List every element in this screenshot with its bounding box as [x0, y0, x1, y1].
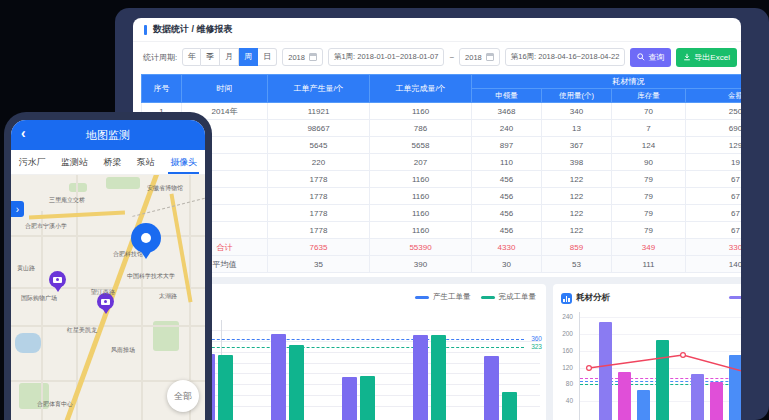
phone-tab-泵站[interactable]: 泵站 [137, 152, 155, 173]
table-cell: 1160 [370, 222, 472, 239]
expand-panel-button[interactable]: › [11, 201, 24, 217]
legend-item-产生工单量[interactable]: 产生工单量 [415, 292, 471, 302]
map-road [41, 211, 43, 420]
map-park [69, 183, 87, 192]
search-button[interactable]: 查询 [630, 48, 671, 67]
table-cell: 129 [686, 137, 742, 154]
table-cell: 1778 [268, 205, 370, 222]
table-cell: 11921 [268, 103, 370, 120]
table-row: 56455658897367124129 [142, 137, 742, 154]
y-axis-tick: 200 [555, 330, 573, 337]
table-cell: 30 [472, 256, 542, 273]
legend-label: 产生工单量 [433, 292, 471, 302]
phone-tab-监测站[interactable]: 监测站 [61, 152, 88, 173]
y-axis-tick: 120 [555, 364, 573, 371]
phone-tab-摄像头[interactable]: 摄像头 [170, 152, 197, 173]
period-option-年[interactable]: 年 [182, 48, 201, 66]
bar-generated [271, 334, 286, 420]
table-cell: 122 [542, 205, 612, 222]
start-year-picker[interactable]: 2018 [282, 48, 323, 66]
average-row: 平均值353903053111140 [142, 256, 742, 273]
table-cell: 19 [686, 154, 742, 171]
map-label: 红星美凯龙 [67, 327, 97, 334]
camera-icon [101, 299, 110, 305]
table-cell: 67 [686, 171, 742, 188]
period-option-季[interactable]: 季 [201, 48, 220, 66]
sub-column-header: 金额 [686, 89, 742, 103]
map-canvas[interactable]: › 全部 三里庵立交桥安徽省博物馆合肥市宁溪小学安徽大学合肥科技馆黄山路中国科学… [11, 175, 205, 420]
bar-generated [413, 335, 428, 420]
table-cell: 1778 [268, 222, 370, 239]
phone-tab-bar: 污水厂监测站桥梁泵站摄像头 [11, 150, 205, 175]
table-row: 177811604561227967 [142, 171, 742, 188]
bar-completed [289, 345, 304, 420]
table-cell: 456 [472, 205, 542, 222]
period-option-日[interactable]: 日 [258, 48, 277, 66]
show-all-button[interactable]: 全部 [167, 380, 199, 412]
table-cell: 140 [686, 256, 742, 273]
phone-tab-桥梁[interactable]: 桥梁 [103, 152, 121, 173]
table-cell: 111 [612, 256, 686, 273]
map-label: 黄山路 [17, 265, 35, 272]
phone-title: 地图监测 [86, 128, 130, 143]
dashboard-backdrop: 数据统计 / 维修报表 统计周期: 年季月周日 2018 第1周: 2018-0… [115, 8, 769, 420]
end-year-picker[interactable]: 2018 [459, 48, 500, 66]
table-cell: 330 [686, 239, 742, 256]
legend-dash [729, 296, 741, 299]
total-row: 合计7635553904330859349330 [142, 239, 742, 256]
table-cell: 53 [542, 256, 612, 273]
start-week-picker[interactable]: 第1周: 2018-01-01~2018-01-07 [328, 48, 444, 66]
table-cell: 124 [612, 137, 686, 154]
table-cell: 79 [612, 188, 686, 205]
group-header: 耗材情况 [472, 75, 742, 89]
table-cell: 207 [370, 154, 472, 171]
report-table: 序号时间工单产生量/个工单完成量/个耗材情况申领量使用量(个)库存量金额1201… [141, 74, 741, 273]
table-cell: 79 [612, 205, 686, 222]
back-icon[interactable]: ‹ [21, 125, 26, 141]
table-cell: 1778 [268, 171, 370, 188]
sub-column-header: 库存量 [612, 89, 686, 103]
table-cell: 1160 [370, 103, 472, 120]
table-cell: 67 [686, 205, 742, 222]
table-row: 98667786240137690 [142, 120, 742, 137]
sub-column-header: 使用量(个) [542, 89, 612, 103]
bar-completed [431, 335, 446, 420]
period-label: 统计周期: [143, 52, 177, 63]
bar [618, 372, 631, 420]
download-icon [683, 53, 691, 61]
map-label: 国际购物广场 [21, 295, 57, 302]
table-cell: 98667 [268, 120, 370, 137]
table-cell: 79 [612, 222, 686, 239]
breadcrumb: 数据统计 / 维修报表 [133, 18, 741, 42]
table-cell: 5645 [268, 137, 370, 154]
table-cell: 90 [612, 154, 686, 171]
selected-location-pin[interactable] [131, 223, 161, 253]
period-option-月[interactable]: 月 [220, 48, 239, 66]
bar-generated [484, 356, 499, 420]
end-week-picker[interactable]: 第16周: 2018-04-16~2018-04-22 [505, 48, 626, 66]
table-cell: 367 [542, 137, 612, 154]
table-cell: 13 [542, 120, 612, 137]
column-header: 工单完成量/个 [370, 75, 472, 103]
map-label: 三里庵立交桥 [49, 197, 85, 204]
y-axis-tick: 40 [555, 397, 573, 404]
period-option-周[interactable]: 周 [239, 48, 258, 66]
export-excel-button[interactable]: 导出Excel [676, 48, 737, 67]
period-segmented-control: 年季月周日 [182, 48, 277, 66]
bar [729, 355, 741, 420]
table-cell: 1778 [268, 188, 370, 205]
table-cell: 250 [686, 103, 742, 120]
phone-tab-污水厂[interactable]: 污水厂 [19, 152, 46, 173]
table-cell: 1160 [370, 171, 472, 188]
legend-item-完成工单量[interactable]: 完成工单量 [481, 292, 537, 302]
table-cell: 786 [370, 120, 472, 137]
y-axis-tick: 80 [555, 380, 573, 387]
table-cell: 456 [472, 171, 542, 188]
camera-marker[interactable] [49, 271, 66, 288]
map-park [106, 177, 140, 189]
camera-icon [53, 277, 62, 283]
bar [710, 382, 723, 420]
bar-completed [218, 355, 233, 420]
map-label: 合肥科技馆 [113, 251, 143, 258]
column-header: 时间 [182, 75, 268, 103]
